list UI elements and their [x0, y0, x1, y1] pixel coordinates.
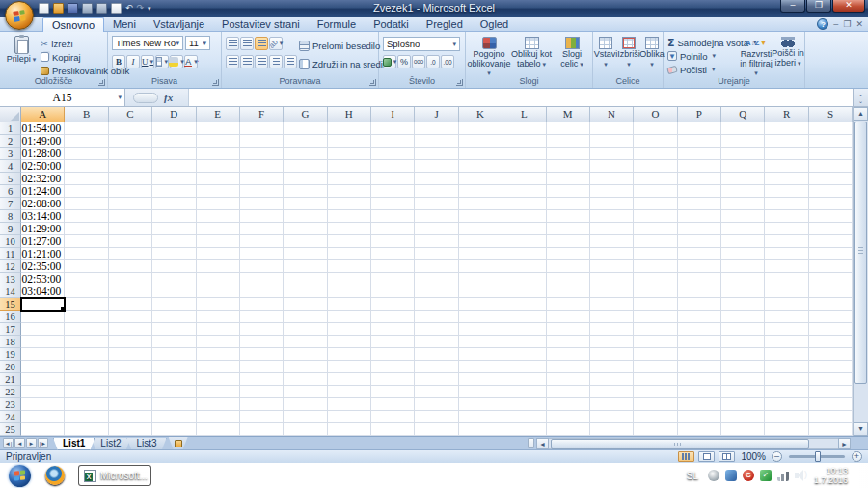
wrap-text-button[interactable]: Prelomi besedilo — [299, 39, 380, 52]
cell-E9[interactable] — [197, 223, 240, 235]
cell-H25[interactable] — [328, 423, 371, 436]
cell-S14[interactable] — [809, 285, 853, 298]
cell-C22[interactable] — [109, 386, 152, 398]
cell-Q23[interactable] — [721, 398, 765, 411]
cell-Q6[interactable] — [721, 185, 765, 198]
cell-R1[interactable] — [765, 122, 808, 135]
cell-M3[interactable] — [547, 148, 590, 160]
cell-G25[interactable] — [284, 423, 327, 436]
cell-A25[interactable] — [21, 423, 65, 436]
cell-I6[interactable] — [371, 185, 415, 198]
cell-R13[interactable] — [765, 273, 808, 285]
cell-H3[interactable] — [328, 148, 371, 160]
column-header-D[interactable]: D — [152, 107, 196, 122]
cell-J1[interactable] — [415, 122, 458, 135]
cell-S17[interactable] — [809, 323, 853, 336]
cell-I17[interactable] — [371, 323, 415, 336]
cell-P17[interactable] — [678, 323, 721, 336]
cell-M19[interactable] — [547, 348, 590, 361]
cell-C17[interactable] — [109, 323, 152, 336]
cell-F18[interactable] — [240, 336, 284, 348]
cell-E16[interactable] — [197, 311, 240, 323]
cell-P24[interactable] — [678, 411, 721, 423]
cell-H6[interactable] — [328, 185, 371, 198]
clipboard-dialog-launcher[interactable] — [98, 79, 105, 86]
new-document-icon[interactable] — [39, 3, 49, 14]
cell-B11[interactable] — [65, 248, 108, 260]
firefox-icon[interactable] — [45, 466, 65, 485]
paste-button[interactable]: Prilepi — [6, 36, 37, 65]
font-dialog-launcher[interactable] — [212, 79, 219, 86]
undo-icon[interactable]: ↶ — [125, 3, 133, 14]
cell-E15[interactable] — [197, 298, 240, 311]
maximize-button[interactable]: ❐ — [806, 0, 831, 13]
cell-O6[interactable] — [634, 185, 677, 198]
cell-M17[interactable] — [547, 323, 590, 336]
cell-K1[interactable] — [459, 122, 502, 135]
cell-J18[interactable] — [415, 336, 458, 348]
cell-A2[interactable]: 01:49:00 — [21, 135, 65, 148]
cell-J13[interactable] — [415, 273, 458, 285]
cell-A1[interactable]: 01:54:00 — [21, 122, 65, 135]
cell-H11[interactable] — [328, 248, 371, 260]
cell-M4[interactable] — [547, 160, 590, 173]
cell-D24[interactable] — [152, 411, 196, 423]
cell-B18[interactable] — [65, 336, 108, 348]
cell-P19[interactable] — [678, 348, 721, 361]
prev-sheet-icon[interactable]: ◄ — [14, 438, 25, 448]
cell-J11[interactable] — [415, 248, 458, 260]
cell-H10[interactable] — [328, 235, 371, 248]
borders-button[interactable] — [155, 55, 169, 68]
cell-M23[interactable] — [547, 398, 590, 411]
cell-Q16[interactable] — [721, 311, 765, 323]
clock[interactable]: 10:13 1.7.2016 — [814, 466, 848, 485]
cell-K16[interactable] — [459, 311, 502, 323]
cell-L4[interactable] — [502, 160, 546, 173]
cell-E23[interactable] — [197, 398, 240, 411]
cell-K24[interactable] — [459, 411, 502, 423]
redo-icon[interactable]: ↷ — [137, 3, 145, 14]
cell-R19[interactable] — [765, 348, 808, 361]
customize-qat-icon[interactable]: ▾ — [148, 3, 151, 14]
cell-H13[interactable] — [328, 273, 371, 285]
cell-K11[interactable] — [459, 248, 502, 260]
cell-Q3[interactable] — [721, 148, 765, 160]
cell-J19[interactable] — [415, 348, 458, 361]
cell-D25[interactable] — [152, 423, 196, 436]
cell-N3[interactable] — [590, 148, 634, 160]
language-indicator[interactable]: SL — [687, 471, 698, 481]
cell-N14[interactable] — [590, 285, 634, 298]
cell-I2[interactable] — [371, 135, 415, 148]
cell-N24[interactable] — [590, 411, 634, 423]
cell-O11[interactable] — [634, 248, 677, 260]
cell-Q15[interactable] — [721, 298, 765, 311]
cell-F12[interactable] — [240, 260, 284, 273]
accounting-format-button[interactable] — [383, 55, 396, 68]
cell-S4[interactable] — [809, 160, 853, 173]
cell-C14[interactable] — [109, 285, 152, 298]
cell-L1[interactable] — [502, 122, 546, 135]
row-header-13[interactable]: 13 — [0, 273, 21, 285]
close-button[interactable]: ✕ — [832, 0, 865, 13]
cell-B2[interactable] — [65, 135, 108, 148]
row-header-6[interactable]: 6 — [0, 185, 21, 198]
cell-A7[interactable]: 02:08:00 — [21, 198, 65, 210]
cell-J17[interactable] — [415, 323, 458, 336]
cell-C20[interactable] — [109, 361, 152, 373]
cell-C21[interactable] — [109, 373, 152, 386]
cell-L22[interactable] — [502, 386, 546, 398]
cell-O24[interactable] — [634, 411, 677, 423]
cell-N22[interactable] — [590, 386, 634, 398]
column-header-I[interactable]: I — [371, 107, 415, 122]
cell-P20[interactable] — [678, 361, 721, 373]
cell-D18[interactable] — [152, 336, 196, 348]
increase-decimal-button[interactable]: .0 — [426, 55, 440, 68]
cell-M20[interactable] — [547, 361, 590, 373]
cell-A9[interactable]: 01:29:00 — [21, 223, 65, 235]
cell-J9[interactable] — [415, 223, 458, 235]
cell-P18[interactable] — [678, 336, 721, 348]
cell-L5[interactable] — [502, 173, 546, 185]
cell-O19[interactable] — [634, 348, 677, 361]
horizontal-scroll-track[interactable] — [549, 438, 838, 449]
first-sheet-icon[interactable]: ◄| — [3, 438, 14, 448]
